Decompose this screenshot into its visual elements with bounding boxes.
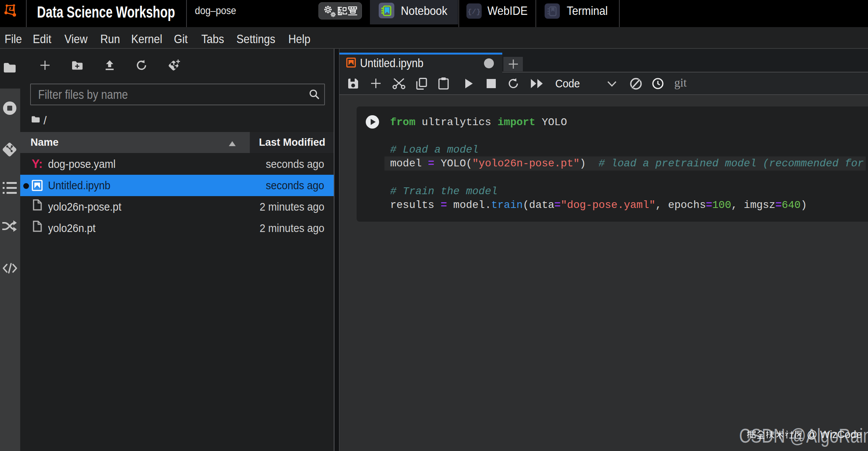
svg-text:{/}: {/} (468, 8, 481, 16)
